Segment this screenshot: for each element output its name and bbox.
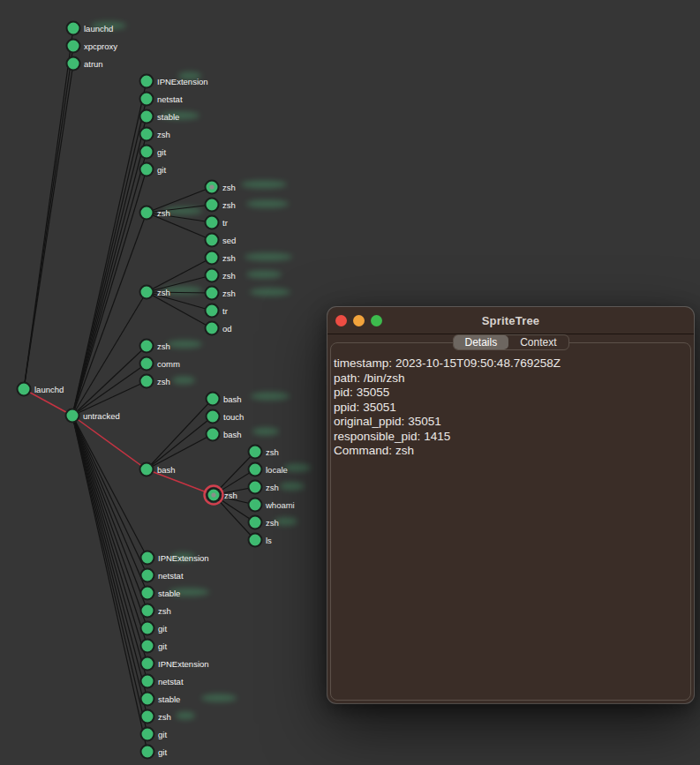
tree-node-stable[interactable]: stable (140, 110, 180, 124)
tree-node-zsh[interactable]: zsh (205, 486, 237, 505)
tree-node-od[interactable]: od (206, 322, 232, 335)
tree-node-git[interactable]: git (140, 146, 167, 159)
zoom-button[interactable] (371, 315, 382, 326)
tree-node-zsh[interactable]: zsh (206, 269, 236, 282)
node-label: netstat (157, 94, 183, 104)
process-circle (249, 446, 262, 459)
tree-node-bash[interactable]: bash (207, 428, 242, 441)
tree-node-zsh[interactable]: zsh (140, 128, 170, 141)
tree-node-git[interactable]: git (141, 746, 168, 759)
field-value: 35051 (408, 415, 441, 428)
detail-row-ppid: ppid:35051 (334, 401, 687, 416)
detail-row-command: Command:zsh (334, 444, 687, 459)
tree-node-launchd[interactable]: launchd (18, 383, 64, 396)
node-label: tr (222, 306, 228, 316)
tree-node-zsh[interactable]: zsh (249, 481, 279, 494)
minimize-button[interactable] (353, 315, 365, 326)
process-circle (140, 93, 154, 106)
tree-node-ls[interactable]: ls (249, 534, 273, 547)
tree-node-zsh[interactable]: zsh (206, 287, 236, 300)
tree-edge (72, 292, 147, 416)
process-circle (206, 304, 219, 318)
tree-node-xpcproxy[interactable]: xpcproxy (67, 40, 118, 53)
tree-node-git[interactable]: git (140, 163, 167, 176)
ghost-trail (172, 377, 195, 385)
process-circle (140, 75, 154, 88)
tree-node-zsh[interactable]: zsh (206, 181, 236, 194)
node-label: zsh (222, 183, 236, 192)
tree-node-netstat[interactable]: netstat (141, 569, 184, 582)
process-circle (141, 657, 154, 671)
tree-node-comm[interactable]: comm (140, 357, 180, 371)
process-circle (206, 199, 219, 212)
ghost-trail (280, 483, 305, 491)
tree-node-stable[interactable]: stable (141, 693, 181, 706)
tree-node-git[interactable]: git (141, 622, 168, 635)
tree-edge (72, 346, 147, 416)
tree-node-IPNExtension[interactable]: IPNExtension (140, 75, 208, 88)
tree-node-IPNExtension[interactable]: IPNExtension (141, 657, 209, 671)
tree-node-locale[interactable]: locale (249, 463, 288, 476)
tree-node-zsh[interactable]: zsh (140, 340, 170, 353)
tree-edge (72, 134, 147, 416)
ghost-trail (284, 464, 311, 472)
tree-node-IPNExtension[interactable]: IPNExtension (141, 551, 209, 565)
detail-row-responsible-pid: responsible_pid:1415 (334, 430, 687, 445)
tree-node-zsh[interactable]: zsh (249, 446, 279, 459)
node-label: zsh (158, 712, 171, 722)
tree-node-zsh[interactable]: zsh (141, 604, 171, 618)
process-circle (141, 569, 154, 582)
tree-node-bash[interactable]: bash (140, 463, 176, 476)
field-value: zsh (395, 444, 414, 457)
tree-node-sed[interactable]: sed (206, 234, 237, 247)
tree-node-untracked[interactable]: untracked (66, 409, 120, 423)
window-titlebar[interactable]: SpriteTree (327, 307, 694, 334)
tab-context[interactable]: Context (508, 335, 568, 349)
tree-node-git[interactable]: git (141, 640, 168, 653)
tree-node-zsh[interactable]: zsh (140, 375, 170, 388)
node-label: bash (223, 430, 242, 439)
process-circle (141, 587, 154, 600)
process-circle (141, 675, 154, 688)
tree-node-stable[interactable]: stable (141, 587, 181, 600)
node-label: bash (157, 465, 176, 475)
spritetree-window[interactable]: SpriteTree Details Context timestamp:202… (327, 307, 694, 703)
tree-edge (72, 81, 147, 416)
process-circle (67, 22, 80, 35)
process-circle (140, 206, 154, 220)
field-name: responsible_pid: (334, 430, 420, 443)
tree-node-zsh[interactable]: zsh (249, 516, 279, 529)
process-circle (249, 463, 262, 476)
tree-edge (72, 99, 147, 416)
tree-node-zsh[interactable]: zsh (206, 251, 236, 265)
tab-details[interactable]: Details (453, 335, 508, 349)
process-circle (207, 393, 220, 406)
tree-edge (72, 416, 147, 558)
process-circle (140, 128, 154, 141)
tree-node-tr[interactable]: tr (206, 216, 228, 229)
process-circle (140, 340, 154, 353)
node-label: IPNExtension (158, 659, 209, 669)
tree-node-zsh[interactable]: zsh (140, 206, 170, 220)
tree-node-zsh[interactable]: zsh (141, 710, 171, 724)
tree-node-tr[interactable]: tr (206, 304, 228, 318)
node-label: launchd (84, 24, 113, 34)
tree-node-git[interactable]: git (141, 728, 168, 741)
process-circle (207, 410, 220, 424)
node-label: zsh (222, 271, 236, 281)
process-circle (141, 710, 154, 724)
tree-node-bash[interactable]: bash (207, 393, 242, 406)
process-circle (141, 622, 154, 635)
tree-node-whoami[interactable]: whoami (249, 499, 295, 512)
tree-node-atrun[interactable]: atrun (67, 57, 103, 71)
detail-row-path: path:/bin/zsh (334, 371, 687, 386)
process-circle (206, 251, 219, 265)
tree-node-netstat[interactable]: netstat (141, 675, 184, 688)
tree-node-launchd[interactable]: launchd (67, 22, 114, 35)
tree-node-netstat[interactable]: netstat (140, 93, 183, 106)
close-button[interactable] (335, 315, 347, 326)
tree-node-touch[interactable]: touch (207, 410, 245, 424)
tree-node-zsh[interactable]: zsh (206, 199, 236, 212)
node-label: zsh (224, 491, 237, 500)
tree-edge (72, 416, 147, 699)
